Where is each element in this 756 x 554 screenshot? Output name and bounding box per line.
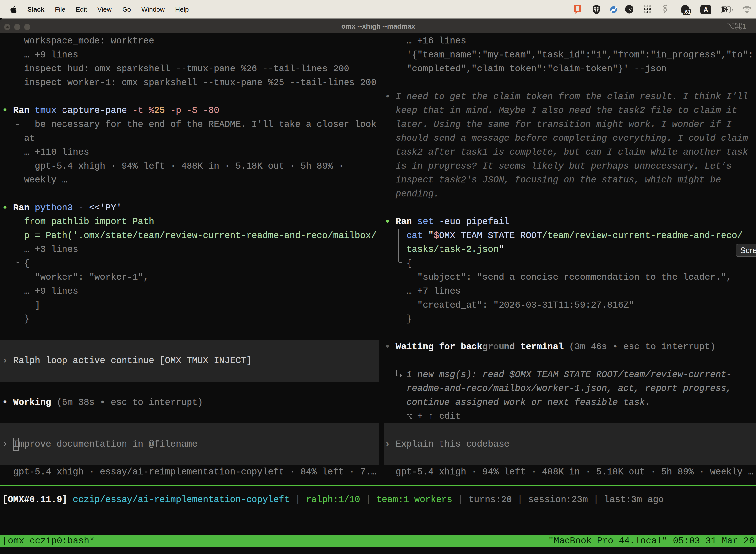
svg-text:A: A <box>703 6 708 13</box>
svg-text:..61: ..61 <box>682 9 691 15</box>
svg-text:1: 1 <box>742 22 746 30</box>
